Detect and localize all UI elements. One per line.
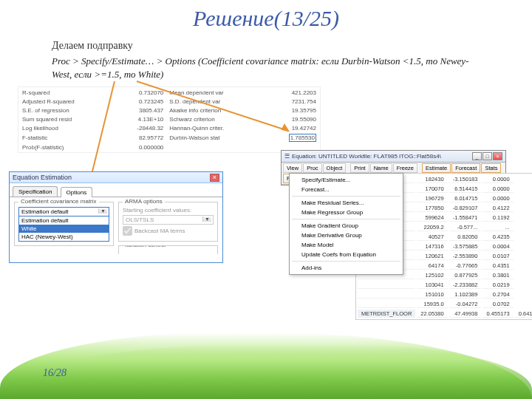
tab-options[interactable]: Options bbox=[61, 187, 93, 197]
arma-label: Starting coefficient values: bbox=[123, 207, 214, 214]
group-arma-label: ARMA options bbox=[123, 198, 165, 205]
toolbar-proc-button[interactable]: Proc bbox=[303, 163, 321, 173]
toolbar-forecast-button[interactable]: Forecast bbox=[451, 163, 480, 173]
subtitle: Делаем подправку bbox=[0, 31, 532, 55]
group-arma: ARMA options Starting coefficient values… bbox=[118, 202, 218, 242]
backcast-checkbox[interactable]: Backcast MA terms bbox=[123, 225, 214, 237]
group-covariance-label: Coefficient covariance matrix bbox=[18, 198, 99, 205]
toolbar-freeze-button[interactable]: Freeze bbox=[393, 163, 417, 173]
toolbar-stats-button[interactable]: Stats bbox=[481, 163, 501, 173]
menu-item-make-gradient-group[interactable]: Make Gradient Group bbox=[290, 221, 403, 231]
dialog-titlebar[interactable]: Equation Estimation × bbox=[10, 172, 222, 183]
proc-menu: Specify/Estimate...Forecast...Make Resid… bbox=[289, 173, 403, 275]
close-icon[interactable]: × bbox=[210, 174, 219, 182]
covariance-dropdown[interactable]: Estimation default bbox=[18, 207, 109, 216]
menu-item-make-model[interactable]: Make Model bbox=[290, 240, 403, 250]
covariance-dropdown-list: Estimation default White HAC (Newey-West… bbox=[18, 216, 109, 242]
maximize-icon[interactable]: □ bbox=[482, 152, 492, 160]
toolbar-print-button[interactable]: Print bbox=[350, 163, 369, 173]
menu-item-specify-estimate[interactable]: Specify/Estimate... bbox=[290, 175, 403, 185]
dialog-title-text: Equation Estimation bbox=[13, 174, 72, 181]
covariance-option-white[interactable]: White bbox=[19, 225, 109, 233]
menu-item-forecast[interactable]: Forecast... bbox=[290, 185, 403, 194]
dialog-equation-estimation: Equation Estimation × Specification Opti… bbox=[9, 171, 223, 263]
minimize-icon[interactable]: _ bbox=[472, 152, 482, 160]
close-window-icon[interactable]: × bbox=[493, 152, 502, 160]
page-title: Решение(13/25) bbox=[0, 0, 532, 31]
page-number: 16/28 bbox=[43, 368, 66, 378]
equation-window: ☰ Equation: UNTITLED Workfile: FLAT985 I… bbox=[281, 150, 506, 185]
equation-icon: ☰ bbox=[284, 153, 290, 160]
menu-item-make-residual-series[interactable]: Make Residual Series... bbox=[290, 198, 403, 208]
menu-item-make-derivative-group[interactable]: Make Derivative Group bbox=[290, 231, 403, 240]
menu-item-update-coefs-from-equation[interactable]: Update Coefs from Equation bbox=[290, 250, 403, 259]
group-iteration: Iteration control bbox=[118, 245, 218, 254]
covariance-option-hac[interactable]: HAC (Newey-West) bbox=[19, 233, 109, 241]
toolbar-view-button[interactable]: View bbox=[283, 163, 302, 173]
equation-titlebar[interactable]: ☰ Equation: UNTITLED Workfile: FLAT985 I… bbox=[282, 151, 505, 163]
menu-item-make-regressor-group[interactable]: Make Regressor Group bbox=[290, 208, 403, 217]
arma-start-dropdown[interactable]: OLS/TSLS bbox=[123, 215, 214, 225]
group-iteration-label: Iteration control bbox=[123, 245, 168, 248]
group-covariance: Coefficient covariance matrix Estimation… bbox=[14, 202, 114, 246]
toolbar-estimate-button[interactable]: Estimate bbox=[422, 163, 451, 173]
equation-title-text: Equation: UNTITLED Workfile: FLAT985 ITO… bbox=[292, 153, 441, 160]
covariance-option-default[interactable]: Estimation default bbox=[19, 216, 109, 225]
tab-specification[interactable]: Specification bbox=[13, 186, 58, 197]
toolbar-name-button[interactable]: Name bbox=[370, 163, 392, 173]
menu-item-add-ins[interactable]: Add-ins bbox=[290, 263, 403, 273]
toolbar-object-button[interactable]: Object bbox=[323, 163, 347, 173]
